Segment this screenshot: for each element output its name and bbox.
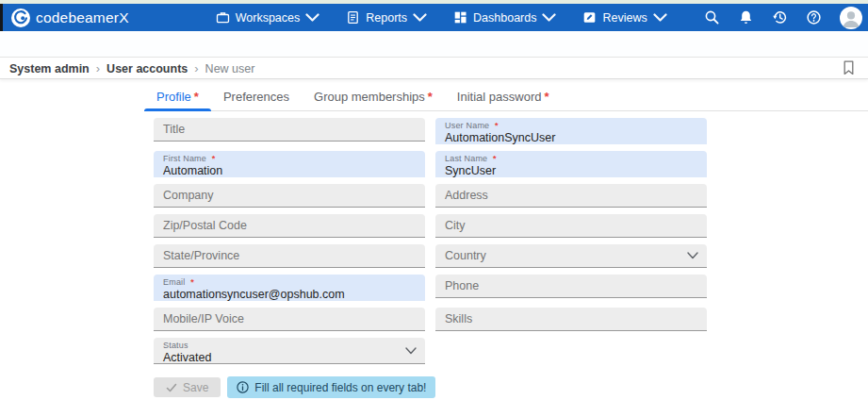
workspaces-icon xyxy=(216,10,230,25)
field-label: Status xyxy=(163,341,416,350)
dashboards-icon xyxy=(453,10,467,25)
breadcrumb-item[interactable]: User accounts xyxy=(106,62,188,75)
status-field[interactable]: StatusActivated xyxy=(154,338,425,364)
nav-item-workspaces[interactable]: Workspaces xyxy=(203,4,334,31)
info-icon xyxy=(237,381,249,393)
breadcrumb-separator: › xyxy=(194,61,198,75)
reports-icon xyxy=(346,10,360,25)
toolbar-spacer-strip xyxy=(0,31,868,57)
form-spacer xyxy=(435,338,707,339)
nav-item-dashboards[interactable]: Dashboards xyxy=(440,4,569,31)
city-field[interactable]: City xyxy=(435,214,707,238)
state-province-field[interactable]: State/Province xyxy=(154,244,425,268)
field-label: Email * xyxy=(163,277,416,287)
nav-item-reviews[interactable]: Reviews xyxy=(569,4,680,31)
nav-item-label: Dashboards xyxy=(473,11,536,25)
breadcrumb-separator: › xyxy=(96,61,100,75)
search-icon[interactable] xyxy=(704,9,720,25)
skills-field[interactable]: Skills xyxy=(435,308,707,331)
zip-postal-code-field[interactable]: Zip/Postal Code xyxy=(154,214,425,238)
required-asterisk: * xyxy=(493,154,497,163)
nav-item-label: Reports xyxy=(366,11,407,25)
tab-profile[interactable]: Profile* xyxy=(144,84,211,110)
brand-title: codebeamerX xyxy=(36,9,129,26)
field-value: Activated xyxy=(163,351,416,364)
user-name-field[interactable]: User Name *AutomationSyncUser xyxy=(435,118,707,144)
chevron-down-icon xyxy=(305,10,319,25)
field-placeholder: State/Province xyxy=(163,249,239,262)
profile-form: TitleUser Name *AutomationSyncUserFirst … xyxy=(154,118,707,364)
field-value: Automation xyxy=(163,164,416,177)
tab-bar: Profile*PreferencesGroup memberships*Ini… xyxy=(144,84,868,111)
required-fields-info: Fill all required fields on every tab! xyxy=(227,376,435,398)
main-nav: WorkspacesReportsDashboardsReviews xyxy=(203,4,680,31)
field-placeholder: Phone xyxy=(445,279,479,292)
help-icon[interactable] xyxy=(806,9,822,25)
field-value: AutomationSyncUser xyxy=(445,131,697,144)
chevron-down-icon xyxy=(413,10,427,25)
field-label: User Name * xyxy=(445,121,697,130)
field-value: automationsyncuser@opshub.com xyxy=(163,288,416,301)
app-bar: codebeamerX WorkspacesReportsDashboardsR… xyxy=(0,4,868,31)
field-label: Last Name * xyxy=(445,154,697,163)
avatar-person-icon xyxy=(840,7,862,29)
field-placeholder: Mobile/IP Voice xyxy=(163,312,244,325)
save-button-label: Save xyxy=(183,381,208,394)
notifications-icon[interactable] xyxy=(738,9,754,25)
nav-item-reports[interactable]: Reports xyxy=(333,4,440,31)
tab-label: Initial password xyxy=(457,90,542,104)
avatar[interactable] xyxy=(840,7,862,29)
mobile-ip-voice-field[interactable]: Mobile/IP Voice xyxy=(154,308,425,331)
field-placeholder: Skills xyxy=(445,312,472,325)
save-button[interactable]: Save xyxy=(154,377,221,397)
tab-preferences[interactable]: Preferences xyxy=(211,84,302,110)
history-icon[interactable] xyxy=(772,9,788,25)
tab-label: Preferences xyxy=(223,90,289,104)
email-field[interactable]: Email *automationsyncuser@opshub.com xyxy=(154,275,425,301)
first-name-field[interactable]: First Name *Automation xyxy=(154,151,425,177)
company-field[interactable]: Company xyxy=(154,184,425,208)
tab-label: Profile xyxy=(156,90,191,104)
info-message: Fill all required fields on every tab! xyxy=(254,381,426,394)
field-label: First Name * xyxy=(163,154,416,163)
chevron-down-icon xyxy=(687,252,698,259)
codebeamer-logo-icon xyxy=(11,8,30,27)
address-field[interactable]: Address xyxy=(435,184,707,208)
field-placeholder: Address xyxy=(445,189,488,202)
field-value: SyncUser xyxy=(445,164,697,177)
chevron-down-icon xyxy=(405,347,417,355)
appbar-right-actions xyxy=(704,7,868,29)
required-asterisk: * xyxy=(428,90,433,104)
breadcrumb-item[interactable]: System admin xyxy=(9,62,90,75)
nav-item-label: Reviews xyxy=(602,11,647,25)
reviews-icon xyxy=(582,10,597,25)
brand-home-link[interactable]: codebeamerX xyxy=(11,8,129,27)
chevron-down-icon xyxy=(653,10,667,25)
field-placeholder: Zip/Postal Code xyxy=(163,219,247,232)
title-field[interactable]: Title xyxy=(154,118,425,142)
breadcrumb-item: New user xyxy=(205,62,255,75)
field-placeholder: Country xyxy=(445,249,486,262)
form-actions: Save Fill all required fields on every t… xyxy=(154,376,868,398)
nav-item-label: Workspaces xyxy=(236,11,301,25)
required-asterisk: * xyxy=(194,90,199,104)
bookmark-icon[interactable] xyxy=(843,60,855,75)
breadcrumb-items: System admin›User accounts›New user xyxy=(9,59,254,76)
last-name-field[interactable]: Last Name *SyncUser xyxy=(435,151,707,177)
field-placeholder: Company xyxy=(163,189,214,202)
chevron-down-icon xyxy=(542,10,556,25)
field-placeholder: Title xyxy=(163,123,185,136)
phone-field[interactable]: Phone xyxy=(435,275,707,298)
window-left-edge xyxy=(0,4,3,31)
tab-group-memberships[interactable]: Group memberships* xyxy=(302,84,445,110)
required-asterisk: * xyxy=(190,277,194,287)
check-icon xyxy=(166,382,177,393)
country-field[interactable]: Country xyxy=(435,244,707,268)
field-placeholder: City xyxy=(445,219,466,232)
required-asterisk: * xyxy=(212,154,216,163)
breadcrumb: System admin›User accounts›New user xyxy=(0,57,868,79)
required-asterisk: * xyxy=(544,90,549,104)
tab-label: Group memberships xyxy=(314,90,425,104)
required-asterisk: * xyxy=(495,121,499,130)
tab-initial-password[interactable]: Initial password* xyxy=(445,84,562,110)
